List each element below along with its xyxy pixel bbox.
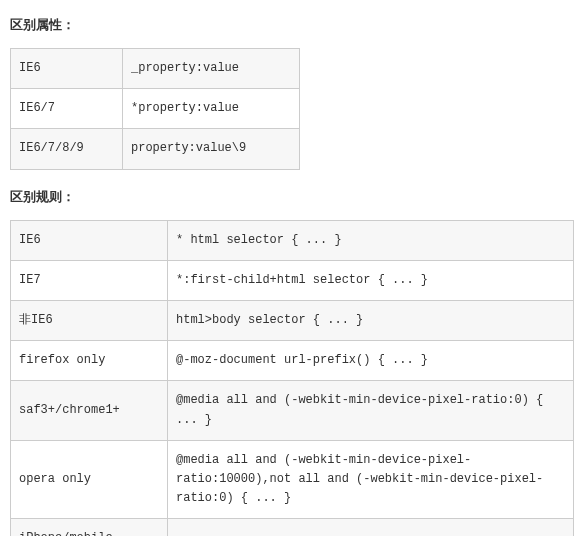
- table-row: opera only @media all and (-webkit-min-d…: [11, 440, 574, 519]
- table-row: firefox only @-moz-document url-prefix()…: [11, 341, 574, 381]
- hack-value: @media all and (-webkit-min-device-pixel…: [168, 440, 574, 519]
- table-row: iPhone/mobile webkit @media screen and (…: [11, 519, 574, 536]
- browser-label: 非IE6: [11, 300, 168, 340]
- table-row: IE6 * html selector { ... }: [11, 220, 574, 260]
- browser-label: firefox only: [11, 341, 168, 381]
- section2-heading: 区别规则：: [10, 188, 574, 206]
- section1-heading: 区别属性：: [10, 16, 574, 34]
- hack-value: @-moz-document url-prefix() { ... }: [168, 341, 574, 381]
- browser-label: iPhone/mobile webkit: [11, 519, 168, 536]
- table-row: 非IE6 html>body selector { ... }: [11, 300, 574, 340]
- table-row: IE6 _property:value: [11, 49, 300, 89]
- browser-label: IE6: [11, 49, 123, 89]
- hack-value: _property:value: [123, 49, 300, 89]
- hack-value: property:value\9: [123, 129, 300, 169]
- hack-value: *:first-child+html selector { ... }: [168, 260, 574, 300]
- browser-label: IE6: [11, 220, 168, 260]
- table-row: IE7 *:first-child+html selector { ... }: [11, 260, 574, 300]
- browser-label: IE6/7/8/9: [11, 129, 123, 169]
- table-row: saf3+/chrome1+ @media all and (-webkit-m…: [11, 381, 574, 440]
- hack-value: @media screen and (max-device-width: 480…: [168, 519, 574, 536]
- browser-label: IE7: [11, 260, 168, 300]
- property-hacks-table: IE6 _property:value IE6/7 *property:valu…: [10, 48, 300, 170]
- hack-value: html>body selector { ... }: [168, 300, 574, 340]
- browser-label: IE6/7: [11, 89, 123, 129]
- table-row: IE6/7 *property:value: [11, 89, 300, 129]
- hack-value: * html selector { ... }: [168, 220, 574, 260]
- table-row: IE6/7/8/9 property:value\9: [11, 129, 300, 169]
- hack-value: @media all and (-webkit-min-device-pixel…: [168, 381, 574, 440]
- hack-value: *property:value: [123, 89, 300, 129]
- rule-hacks-table: IE6 * html selector { ... } IE7 *:first-…: [10, 220, 574, 536]
- browser-label: opera only: [11, 440, 168, 519]
- browser-label: saf3+/chrome1+: [11, 381, 168, 440]
